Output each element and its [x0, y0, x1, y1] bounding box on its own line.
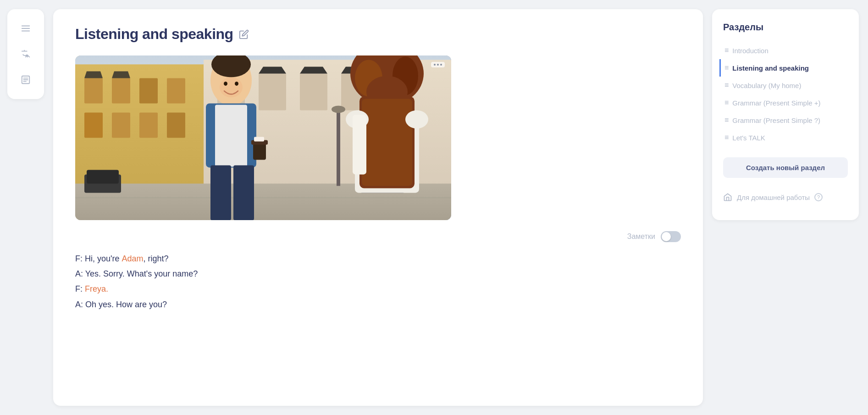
svg-marker-28: [300, 66, 327, 73]
svg-rect-14: [84, 112, 103, 138]
homework-label: Для домашней работы: [737, 194, 810, 201]
homework-section: Для домашней работы ?: [723, 187, 848, 207]
svg-rect-23: [300, 73, 327, 110]
image-dots-menu[interactable]: [431, 62, 445, 67]
section-item-talk[interactable]: ≡ Let's TALK: [719, 129, 848, 146]
section-list: ≡ Introduction ≡ Listening and speaking …: [723, 42, 848, 146]
svg-point-44: [224, 82, 227, 86]
svg-marker-27: [259, 66, 286, 73]
dialogue-text: F: Hi, you're Adam, right? A: Yes. Sorry…: [75, 251, 681, 312]
translate-sidebar-icon[interactable]: [16, 44, 36, 64]
svg-point-57: [405, 110, 428, 128]
svg-rect-17: [167, 112, 185, 138]
svg-rect-40: [215, 105, 247, 166]
edit-title-icon[interactable]: [239, 29, 249, 39]
svg-rect-22: [259, 73, 286, 110]
section-item-introduction[interactable]: ≡ Introduction: [719, 42, 848, 59]
svg-rect-48: [254, 137, 264, 141]
section-label-introduction: Introduction: [732, 47, 768, 55]
name-freya: Freya.: [85, 284, 108, 293]
dialogue-line-4: A: Oh yes. How are you?: [75, 297, 681, 312]
svg-rect-10: [84, 78, 103, 103]
svg-rect-11: [112, 78, 130, 103]
dialogue-line-1: F: Hi, you're Adam, right?: [75, 251, 681, 266]
homework-question-badge[interactable]: ?: [814, 193, 823, 201]
list-sidebar-icon[interactable]: [16, 18, 36, 39]
section-eq-icon-2: ≡: [724, 64, 728, 72]
notes-toggle[interactable]: [661, 231, 681, 242]
svg-rect-13: [167, 78, 185, 103]
section-eq-icon-6: ≡: [724, 133, 728, 142]
svg-rect-32: [75, 197, 451, 198]
section-label-vocabulary: Vocabulary (My home): [732, 82, 801, 89]
page-title: Listening and speaking: [75, 26, 233, 43]
create-section-button[interactable]: Создать новый раздел: [723, 157, 848, 178]
svg-rect-46: [253, 142, 266, 160]
section-item-grammar-question[interactable]: ≡ Grammar (Present Simple ?): [719, 111, 848, 129]
section-item-grammar-plus[interactable]: ≡ Grammar (Present Simple +): [719, 94, 848, 111]
right-sidebar: Разделы ≡ Introduction ≡ Listening and s…: [712, 9, 859, 220]
dialogue-line-3: F: Freya.: [75, 282, 681, 297]
section-label-talk: Let's TALK: [732, 134, 765, 142]
section-eq-icon-4: ≡: [724, 99, 728, 107]
dialogue-line-2: A: Yes. Sorry. What's your name?: [75, 266, 681, 282]
section-item-vocabulary[interactable]: ≡ Vocabulary (My home): [719, 77, 848, 94]
svg-marker-18: [84, 71, 103, 78]
dot3: [440, 64, 442, 66]
notes-label: Заметки: [627, 232, 655, 241]
svg-rect-15: [112, 112, 130, 138]
svg-rect-16: [139, 112, 158, 138]
dot1: [434, 64, 436, 66]
toggle-thumb: [662, 232, 671, 241]
notes-row: Заметки: [75, 231, 681, 242]
svg-marker-19: [112, 71, 130, 78]
section-item-listening[interactable]: ≡ Listening and speaking: [719, 59, 848, 77]
svg-rect-59: [337, 110, 340, 186]
section-eq-icon-3: ≡: [724, 81, 728, 89]
section-eq-icon-1: ≡: [724, 46, 728, 55]
main-area: Listening and speaking: [44, 0, 868, 415]
left-sidebar: [7, 9, 44, 99]
section-eq-icon-5: ≡: [724, 116, 728, 124]
center-content: Listening and speaking: [53, 9, 703, 406]
home-icon: [723, 193, 732, 202]
svg-rect-42: [233, 165, 254, 220]
svg-point-60: [332, 105, 345, 113]
svg-rect-34: [87, 170, 119, 183]
name-adam: Adam: [122, 254, 143, 263]
section-label-grammar-question: Grammar (Present Simple ?): [732, 116, 820, 124]
section-label-grammar-plus: Grammar (Present Simple +): [732, 99, 820, 107]
title-row: Listening and speaking: [75, 26, 681, 43]
dot2: [437, 64, 439, 66]
section-label-listening: Listening and speaking: [732, 64, 809, 72]
svg-point-45: [235, 82, 238, 86]
lesson-image: [75, 55, 451, 220]
svg-rect-12: [139, 78, 158, 103]
svg-rect-41: [210, 165, 231, 220]
sections-panel-title: Разделы: [723, 22, 848, 33]
svg-rect-55: [362, 99, 412, 186]
notes-sidebar-icon[interactable]: [16, 70, 36, 90]
svg-rect-58: [353, 115, 366, 174]
